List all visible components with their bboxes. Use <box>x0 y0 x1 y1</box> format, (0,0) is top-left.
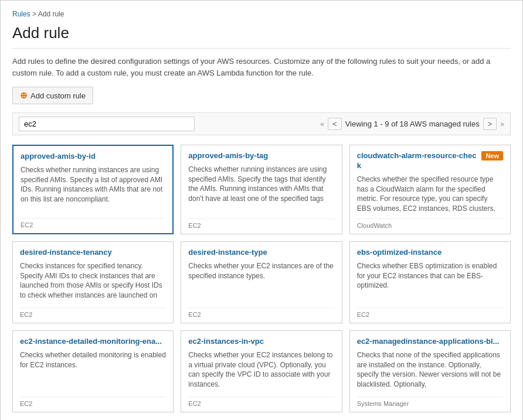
rule-card[interactable]: ec2-instances-in-vpcChecks whether your … <box>181 330 342 412</box>
rule-description: Checks whether running instances are usi… <box>21 165 165 213</box>
plus-icon: ⊕ <box>20 90 28 101</box>
rule-tag: EC2 <box>188 218 334 229</box>
rule-card[interactable]: ebs-optimized-instanceChecks whether EBS… <box>349 241 511 323</box>
rule-card[interactable]: cloudwatch-alarm-resource-checkNewChecks… <box>349 145 511 234</box>
rule-name: ec2-instances-in-vpc <box>188 337 264 347</box>
rule-card-header: ec2-instance-detailed-monitoring-ena... <box>20 337 166 347</box>
page-wrapper: Rules > Add rule Add rule Add rules to d… <box>0 0 523 420</box>
rule-description: Checks whether running instances are usi… <box>188 165 334 214</box>
rule-description: Checks whether the specified resource ty… <box>357 175 503 214</box>
rule-tag: EC2 <box>20 397 166 407</box>
rule-card-header: approved-amis-by-tag <box>188 151 334 161</box>
pagination-prev-button[interactable]: < <box>328 118 342 130</box>
rule-tag: EC2 <box>21 218 165 228</box>
add-custom-rule-button[interactable]: ⊕ Add custom rule <box>12 87 93 104</box>
add-custom-rule-label: Add custom rule <box>30 91 86 100</box>
breadcrumb: Rules > Add rule <box>12 10 511 18</box>
rule-tag: EC2 <box>188 308 334 318</box>
rule-card-header: approved-amis-by-id <box>21 152 165 162</box>
rule-card[interactable]: approved-amis-by-tagChecks whether runni… <box>181 145 342 234</box>
rule-description: Checks whether your EC2 instances are of… <box>188 261 334 303</box>
rule-card-header: ebs-optimized-instance <box>357 248 503 258</box>
rule-description: Checks whether EBS optimization is enabl… <box>357 261 503 303</box>
rule-card[interactable]: desired-instance-typeChecks whether your… <box>181 241 342 323</box>
rule-name: ebs-optimized-instance <box>357 248 442 258</box>
rule-description: Checks whether your EC2 instances belong… <box>188 350 334 392</box>
rule-description: Checks instances for specified tenancy. … <box>20 261 166 303</box>
breadcrumb-current: Add rule <box>38 10 64 18</box>
rule-name: desired-instance-tenancy <box>20 248 112 258</box>
rule-name: ec2-instance-detailed-monitoring-ena... <box>20 337 162 347</box>
rule-name: approved-amis-by-tag <box>188 151 268 161</box>
rule-card[interactable]: approved-amis-by-idChecks whether runnin… <box>12 145 174 234</box>
rules-grid: approved-amis-by-idChecks whether runnin… <box>12 145 511 412</box>
search-bar: « < Viewing 1 - 9 of 18 AWS managed rule… <box>12 112 511 135</box>
rule-name: approved-amis-by-id <box>21 152 96 162</box>
breadcrumb-separator: > <box>32 10 36 18</box>
rule-name: cloudwatch-alarm-resource-check <box>357 151 478 171</box>
rule-description: Checks that none of the specified applic… <box>357 350 503 392</box>
pagination-next-button[interactable]: > <box>483 118 497 130</box>
page-title: Add rule <box>12 24 511 49</box>
rule-card[interactable]: ec2-managedinstance-applications-bl...Ch… <box>349 330 511 412</box>
pagination-last-button[interactable]: » <box>500 120 504 128</box>
rule-card-header: ec2-instances-in-vpc <box>188 337 334 347</box>
rule-tag: EC2 <box>20 308 166 318</box>
rule-card[interactable]: desired-instance-tenancyChecks instances… <box>12 241 174 323</box>
rule-card[interactable]: ec2-instance-detailed-monitoring-ena...C… <box>12 330 174 412</box>
rule-name: ec2-managedinstance-applications-bl... <box>357 337 500 347</box>
rule-description: Checks whether detailed monitoring is en… <box>20 350 166 392</box>
description-text: Add rules to define the desired configur… <box>12 56 511 78</box>
pagination-info-text: Viewing 1 - 9 of 18 AWS managed rules <box>345 119 480 128</box>
rule-tag: EC2 <box>357 308 503 318</box>
rule-tag: EC2 <box>188 397 334 407</box>
pagination-first-button[interactable]: « <box>320 120 324 128</box>
rule-tag: Systems Manager <box>357 397 503 407</box>
rule-card-header: ec2-managedinstance-applications-bl... <box>357 337 503 347</box>
pagination-info: « < Viewing 1 - 9 of 18 AWS managed rule… <box>320 118 504 130</box>
rule-tag: CloudWatch <box>357 218 503 229</box>
rule-card-header: desired-instance-type <box>188 248 334 258</box>
new-badge: New <box>481 151 503 161</box>
rule-name: desired-instance-type <box>188 248 267 258</box>
rule-card-header: cloudwatch-alarm-resource-checkNew <box>357 151 503 171</box>
search-input[interactable] <box>19 117 195 131</box>
breadcrumb-parent-link[interactable]: Rules <box>12 10 30 18</box>
rule-card-header: desired-instance-tenancy <box>20 248 166 258</box>
